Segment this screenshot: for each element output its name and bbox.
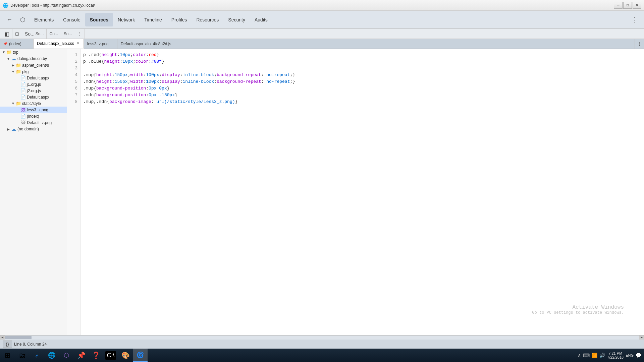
subtoolbar: ◧ ⊡ So... Sn... Co... Sn... ⋮ xyxy=(0,29,644,39)
tray-keyboard-icon: ⌨ xyxy=(583,353,590,358)
tab-profiles[interactable]: Profiles xyxy=(167,13,192,26)
tab-console[interactable]: Console xyxy=(58,13,85,26)
tree-arrow-top: ▼ xyxy=(1,50,6,54)
taskbar-pin1[interactable]: 📌 xyxy=(74,349,89,362)
tray-expand-icon[interactable]: ∧ xyxy=(578,353,581,358)
back-button[interactable]: ← xyxy=(3,13,16,26)
scroll-thumb[interactable] xyxy=(5,336,32,339)
tree-item-less3[interactable]: 🖼 less3_z.png xyxy=(0,107,67,113)
more-button[interactable]: ⋮ xyxy=(628,13,641,26)
tree-item-top[interactable]: ▼ 📁 top xyxy=(0,49,67,55)
tray-volume-icon: 🔊 xyxy=(599,353,605,358)
line-num-5: 5 xyxy=(67,78,80,85)
line-num-7: 7 xyxy=(67,92,80,99)
taskbar-chrome-active[interactable]: 🌀 xyxy=(133,349,148,362)
line-num-1: 1 xyxy=(67,52,80,58)
line-numbers: 1 2 3 4 5 6 7 8 xyxy=(67,49,80,335)
start-button[interactable]: ⊞ xyxy=(0,349,15,362)
file-icon-da1: 📄 xyxy=(20,75,26,80)
system-tray: ∧ ⌨ 📶 🔊 7:21 PM 7/22/2016 ENG 💬 xyxy=(575,349,644,362)
tree-label-dz: Default_z.png xyxy=(27,120,52,125)
title-left: 🌐 Developer Tools - http://datingadm.cn.… xyxy=(3,3,95,8)
tab-network[interactable]: Network xyxy=(113,13,140,26)
taskbar-file-explorer[interactable]: 🗂 xyxy=(15,349,30,362)
file-icon-j2: 📄 xyxy=(20,88,26,93)
tree-item-pkg[interactable]: ▼ 📁 pkg xyxy=(0,68,67,75)
chrome-active-icon: 🌀 xyxy=(137,351,144,359)
tray-time: 7:21 PM xyxy=(607,351,624,355)
tab-timeline[interactable]: Timeline xyxy=(140,13,166,26)
sources-snippets[interactable]: So... Sn... xyxy=(22,29,47,39)
window-title: Developer Tools - http://datingadm.cn.by… xyxy=(10,3,95,8)
code-line-6: .mup{background-position:0px 0px} xyxy=(83,85,644,92)
window-controls: ─ □ ✕ xyxy=(614,2,641,9)
taskbar-help[interactable]: ❓ xyxy=(89,349,103,362)
tree-item-index-file[interactable]: 📄 (index) xyxy=(0,113,67,119)
tray-notification[interactable]: 💬 xyxy=(636,353,641,358)
scroll-left-arrow[interactable]: ◀ xyxy=(0,336,5,340)
tree-label-pkg: pkg xyxy=(22,69,29,74)
minimize-button[interactable]: ─ xyxy=(614,2,623,9)
taskbar-paint[interactable]: 🎨 xyxy=(118,349,133,362)
tree-item-domain[interactable]: ▼ ☁ datingadm.cn.by xyxy=(0,55,67,62)
main-toolbar: ← ⬡ Elements Console Sources Network Tim… xyxy=(0,11,644,29)
maximize-button[interactable]: □ xyxy=(623,2,632,9)
tabs-bar: 📌 (index) Default.aspx_aio.css ✕ less3_z… xyxy=(0,39,644,49)
taskbar-terminal[interactable]: C:\ xyxy=(103,349,118,362)
line-num-4: 4 xyxy=(67,72,80,78)
main-area: ▼ 📁 top ▼ ☁ datingadm.cn.by ▶ 📁 aspnet_c… xyxy=(0,49,644,335)
horizontal-scrollbar[interactable]: ◀ ▶ xyxy=(0,335,644,339)
browser-icon: 🌐 xyxy=(3,3,8,8)
tree-item-static[interactable]: ▼ 📁 static/style xyxy=(0,100,67,107)
tab-security[interactable]: Security xyxy=(223,13,250,26)
start-icon: ⊞ xyxy=(5,351,10,359)
scroll-track[interactable] xyxy=(5,336,639,340)
taskbar-vs[interactable]: ⬡ xyxy=(59,349,74,362)
tab-default-js[interactable]: Default.aspx_aio_4fc8a2d.js xyxy=(117,39,175,49)
file-icon-da2: 📄 xyxy=(20,95,26,100)
tab-resources[interactable]: Resources xyxy=(192,13,223,26)
tree-label-da2: Default.aspx xyxy=(27,95,49,100)
scroll-right-arrow[interactable]: ▶ xyxy=(639,336,644,340)
tree-item-aspnet[interactable]: ▶ 📁 aspnet_client/s xyxy=(0,62,67,68)
tree-label-aspnet: aspnet_client/s xyxy=(22,63,49,68)
taskbar-ie[interactable]: 𝑒 xyxy=(30,349,44,362)
taskbar-chrome-1[interactable]: 🌐 xyxy=(44,349,59,362)
tree-item-default-aspx2[interactable]: 📄 Default.aspx xyxy=(0,94,67,100)
tree-item-default-aspx1[interactable]: 📄 Default.aspx xyxy=(0,75,67,81)
sources-snippets3[interactable]: Sn... xyxy=(61,29,75,39)
tab-elements[interactable]: Elements xyxy=(30,13,58,26)
cloud-icon-domain: ☁ xyxy=(11,56,17,61)
tree-item-no-domain[interactable]: ▶ ☁ (no domain) xyxy=(0,126,67,132)
tree-item-j2[interactable]: 📄 j2.org.js xyxy=(0,87,67,94)
file-icon-j1: 📄 xyxy=(20,82,26,87)
status-position: Line 8, Column 24 xyxy=(14,342,47,347)
inspect-icon[interactable]: ⬡ xyxy=(16,13,30,26)
tree-arrow-static: ▼ xyxy=(11,102,15,105)
folder-icon-aspnet: 📁 xyxy=(15,63,21,68)
line-num-6: 6 xyxy=(67,85,80,92)
tabs-expand-button[interactable]: ⟩ xyxy=(635,39,644,49)
pretty-print-button[interactable]: {} xyxy=(3,341,12,348)
sources-snippets2[interactable]: Co... xyxy=(47,29,61,39)
tree-label-top: top xyxy=(13,50,18,55)
tab-default-css[interactable]: Default.aspx_aio.css ✕ xyxy=(34,39,84,49)
code-editor[interactable]: 1 2 3 4 5 6 7 8 p .red{height:10px;color… xyxy=(67,49,644,335)
tabs-end xyxy=(175,39,635,49)
tab-audits[interactable]: Audits xyxy=(250,13,272,26)
tab-sources[interactable]: Sources xyxy=(85,13,113,26)
sources-more[interactable]: ⋮ xyxy=(75,29,85,39)
code-line-1: p .red{height:10px;color:red} xyxy=(83,52,644,58)
folder-icon-pkg: 📁 xyxy=(15,69,21,74)
tree-item-j1[interactable]: 📄 j1.org.js xyxy=(0,81,67,87)
status-left: {} Line 8, Column 24 xyxy=(3,341,47,348)
close-button[interactable]: ✕ xyxy=(633,2,641,9)
tab-index[interactable]: 📌 (index) xyxy=(0,39,34,49)
sources-nav-left[interactable]: ◧ xyxy=(2,29,12,39)
tree-label-j2: j2.org.js xyxy=(27,88,41,93)
sources-nav-pause[interactable]: ⊡ xyxy=(12,29,22,39)
tab-less3-png[interactable]: less3_z.png xyxy=(84,39,117,49)
line-num-3: 3 xyxy=(67,65,80,72)
tab-css-close[interactable]: ✕ xyxy=(76,41,80,46)
tree-item-default-z[interactable]: 🖼 Default_z.png xyxy=(0,119,67,126)
